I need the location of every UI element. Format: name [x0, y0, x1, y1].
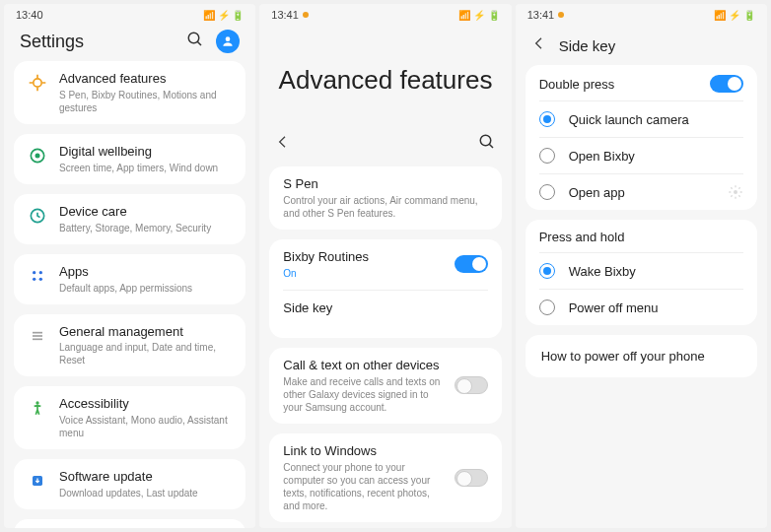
- feature-row[interactable]: Call & text on other devicesMake and rec…: [269, 348, 501, 424]
- feature-row[interactable]: Bixby RoutinesOn: [269, 239, 501, 290]
- section-header: Double press: [526, 65, 757, 100]
- row-subtitle: On: [283, 267, 442, 280]
- status-bar: 13:41 📶 ⚡ 🔋: [259, 4, 511, 26]
- section-title: Double press: [539, 77, 615, 92]
- radio-option[interactable]: Wake Bixby: [526, 253, 757, 289]
- radio-option[interactable]: Open app: [526, 174, 757, 210]
- row-subtitle: Battery, Storage, Memory, Security: [59, 222, 232, 234]
- svg-point-5: [35, 153, 40, 158]
- profile-avatar[interactable]: [216, 30, 240, 53]
- row-title: Software update: [59, 469, 232, 486]
- apps-icon: [28, 266, 47, 286]
- search-icon[interactable]: [478, 133, 496, 155]
- svg-point-21: [734, 190, 737, 194]
- svg-point-14: [35, 402, 38, 405]
- row-subtitle: Voice Assistant, Mono audio, Assistant m…: [59, 414, 232, 439]
- row-title: S Pen: [283, 176, 487, 193]
- radio-option[interactable]: Open Bixby: [526, 138, 757, 173]
- radio-label: Open app: [569, 185, 714, 200]
- radio-option[interactable]: Quick launch camera: [526, 101, 757, 137]
- svg-rect-13: [33, 338, 42, 340]
- howto-row[interactable]: How to power off your phone: [526, 335, 757, 377]
- radio-button[interactable]: [539, 299, 555, 315]
- feature-row[interactable]: Link to WindowsConnect your phone to you…: [269, 433, 501, 522]
- settings-row[interactable]: General managementLanguage and input, Da…: [14, 314, 245, 377]
- row-subtitle: S Pen, Bixby Routines, Motions and gestu…: [59, 89, 232, 114]
- recording-indicator-icon: [558, 12, 564, 18]
- page-title: Settings: [20, 32, 84, 52]
- header: Side key: [516, 26, 767, 65]
- settings-row[interactable]: Device careBattery, Storage, Memory, Sec…: [14, 194, 245, 244]
- radio-button[interactable]: [539, 263, 555, 279]
- settings-row[interactable]: Advanced featuresS Pen, Bixby Routines, …: [14, 61, 245, 124]
- nav-bar: [259, 125, 511, 166]
- recording-indicator-icon: [303, 12, 309, 18]
- clock: 13:41: [271, 9, 299, 21]
- svg-point-9: [33, 277, 35, 280]
- settings-row[interactable]: Digital wellbeingScreen time, App timers…: [14, 134, 245, 184]
- svg-point-0: [189, 33, 200, 43]
- row-subtitle: Default apps, App permissions: [59, 282, 232, 295]
- settings-list: Advanced featuresS Pen, Bixby Routines, …: [4, 61, 255, 528]
- side-key-screen: 13:41 📶 ⚡ 🔋 Side key Double pressQuick l…: [516, 4, 767, 528]
- status-icons: 📶 ⚡ 🔋: [458, 10, 500, 21]
- svg-point-8: [39, 271, 42, 274]
- row-title: Device care: [59, 204, 232, 221]
- row-title: Side key: [283, 300, 487, 317]
- status-bar: 13:41 📶 ⚡ 🔋: [516, 4, 767, 26]
- page-title: Side key: [559, 37, 616, 54]
- row-subtitle: Download updates, Last update: [59, 487, 232, 499]
- settings-screen: 13:40 📶 ⚡ 🔋 Settings Advanced featuresS …: [4, 4, 255, 528]
- radio-button[interactable]: [539, 111, 555, 127]
- features-list: S PenControl your air actions, Air comma…: [259, 166, 511, 528]
- row-subtitle: Language and input, Date and time, Reset: [59, 341, 232, 366]
- search-icon[interactable]: [186, 31, 204, 52]
- toggle-switch[interactable]: [710, 75, 743, 93]
- clock: 13:41: [527, 9, 555, 21]
- options-list: Double pressQuick launch cameraOpen Bixb…: [516, 65, 767, 528]
- advanced-features-screen: 13:41 📶 ⚡ 🔋 Advanced features S PenContr…: [259, 4, 511, 528]
- toggle-switch[interactable]: [455, 255, 488, 273]
- row-subtitle: Connect your phone to your computer so y…: [283, 461, 442, 512]
- radio-option[interactable]: Power off menu: [526, 290, 757, 325]
- settings-row[interactable]: AccessibilityVoice Assistant, Mono audio…: [14, 386, 245, 449]
- row-title: General management: [59, 324, 232, 341]
- status-icons: 📶 ⚡ 🔋: [203, 10, 245, 21]
- svg-rect-11: [33, 331, 42, 333]
- row-title: Bixby Routines: [283, 249, 442, 266]
- status-bar: 13:40 📶 ⚡ 🔋: [4, 4, 255, 26]
- feature-row[interactable]: Side key: [269, 291, 501, 338]
- advanced-icon: [28, 73, 47, 93]
- settings-row[interactable]: Tips and user manualWhat's new, Get more…: [14, 519, 245, 528]
- back-icon[interactable]: [275, 134, 291, 154]
- howto-card[interactable]: How to power off your phone: [526, 335, 757, 377]
- row-title: Accessibility: [59, 396, 232, 413]
- feature-row[interactable]: S PenControl your air actions, Air comma…: [269, 166, 501, 230]
- header: Settings: [4, 26, 255, 61]
- radio-button[interactable]: [539, 148, 555, 164]
- double-press-card: Double pressQuick launch cameraOpen Bixb…: [526, 65, 757, 210]
- back-icon[interactable]: [531, 35, 547, 55]
- gear-icon[interactable]: [728, 184, 743, 200]
- clock: 13:40: [16, 9, 43, 21]
- radio-label: Quick launch camera: [569, 112, 743, 127]
- svg-point-7: [33, 271, 35, 274]
- row-subtitle: Screen time, App timers, Wind down: [59, 162, 232, 174]
- settings-row[interactable]: AppsDefault apps, App permissions: [14, 254, 245, 304]
- svg-point-2: [226, 36, 231, 41]
- page-title: Advanced features: [259, 26, 511, 125]
- toggle-switch[interactable]: [455, 469, 488, 487]
- settings-row[interactable]: Software updateDownload updates, Last up…: [14, 459, 245, 509]
- accessibility-icon: [28, 398, 47, 418]
- toggle-switch[interactable]: [455, 376, 488, 394]
- devicecare-icon: [28, 206, 47, 226]
- svg-line-1: [198, 41, 202, 45]
- radio-label: Power off menu: [569, 300, 743, 315]
- svg-point-10: [39, 277, 42, 280]
- radio-button[interactable]: [539, 184, 555, 200]
- svg-point-19: [480, 135, 491, 146]
- svg-line-20: [489, 144, 493, 148]
- press-hold-card: Press and holdWake BixbyPower off menu: [526, 220, 757, 325]
- row-title: Call & text on other devices: [283, 358, 442, 374]
- svg-rect-12: [33, 335, 42, 337]
